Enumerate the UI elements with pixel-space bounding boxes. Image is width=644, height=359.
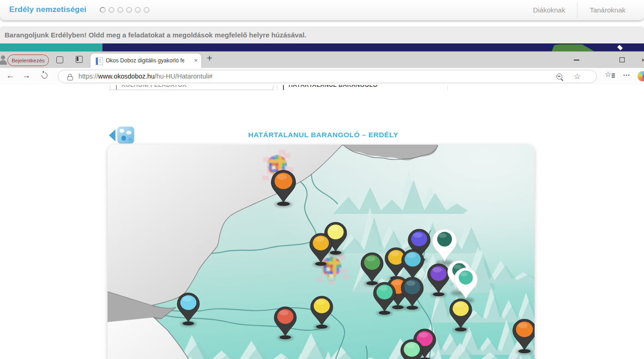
- instruction-banner: Barangoljunk Erdélyben! Oldd meg a felad…: [0, 26, 644, 43]
- tab-hatartalanul-barangolo[interactable]: HATÁRTALANUL BARANGOLÓ: [277, 85, 448, 91]
- tab-close-icon[interactable]: ×: [194, 57, 198, 64]
- tab-hatartalanul-label: HATÁRTALANUL BARANGOLÓ: [289, 85, 378, 88]
- vertical-tabs-icon[interactable]: [76, 56, 83, 63]
- progress-dot[interactable]: [108, 7, 114, 13]
- reload-button[interactable]: [40, 71, 48, 79]
- site-title: Erdély nemzetiségei: [9, 5, 86, 14]
- copilot-icon[interactable]: [638, 71, 644, 81]
- browser-nav-bar: ← → https://www.okosdoboz.hu/hu-HU/Hatar…: [0, 68, 644, 85]
- instruction-text: Barangoljunk Erdélyben! Oldd meg a felad…: [5, 26, 307, 43]
- nav-tanaroknak-button[interactable]: Tanároknak: [578, 0, 638, 20]
- map-pin[interactable]: [401, 340, 423, 359]
- url-host: www.okosdoboz.hu: [98, 73, 155, 80]
- progress-dot[interactable]: [100, 7, 106, 13]
- tab-kulhoni-feladatok[interactable]: KÜLHONI FELADATOK: [110, 85, 273, 90]
- teal-strip: [0, 43, 102, 51]
- bookmark-star-icon[interactable]: ☆: [574, 72, 581, 81]
- window-close-button[interactable]: ×: [641, 56, 644, 64]
- window-minimize-button[interactable]: [574, 60, 579, 61]
- browser-login-button[interactable]: Bejelentkezés: [7, 55, 49, 66]
- screenshot-stage: Erdély nemzetiségei Diákoknak Tanároknak…: [0, 0, 644, 359]
- back-chevron-icon[interactable]: [109, 129, 115, 141]
- zoom-out-icon[interactable]: [556, 73, 562, 79]
- site-header: Erdély nemzetiségei Diákoknak Tanároknak: [0, 0, 644, 20]
- tab-favicon-icon: [96, 57, 103, 65]
- back-button[interactable]: ←: [6, 71, 14, 80]
- browser-tab-bar: Bejelentkezés Okos Doboz digitális gyako…: [0, 52, 644, 68]
- favorites-hub-icon[interactable]: ☆: [605, 71, 615, 80]
- map-card: [108, 145, 535, 359]
- site-nav: Diákoknak Tanároknak: [521, 0, 638, 20]
- tab-title: Okos Doboz digitális gyakorló fel: [106, 57, 184, 64]
- lock-icon: [67, 76, 73, 80]
- nav-diakoknak-button[interactable]: Diákoknak: [521, 0, 577, 20]
- forward-button[interactable]: →: [22, 71, 30, 80]
- tab-collections-icon[interactable]: [56, 56, 63, 63]
- transylvania-map: [108, 145, 535, 359]
- browser-menu-icon[interactable]: …: [623, 69, 631, 78]
- web-page: KÜLHONI FELADATOK HATÁRTALANUL BARANGOLÓ…: [0, 85, 644, 359]
- browser-tab[interactable]: Okos Doboz digitális gyakorló fel ×: [90, 54, 201, 68]
- progress-dot[interactable]: [144, 7, 150, 13]
- window-restore-button[interactable]: [620, 57, 625, 62]
- progress-dot[interactable]: [135, 7, 141, 13]
- url-path: /hu-HU/Hatarontuli#: [155, 73, 212, 80]
- tab-kulhoni-label: KÜLHONI FELADATOK: [121, 85, 187, 88]
- progress-dot[interactable]: [126, 7, 132, 13]
- progress-dots: [100, 7, 150, 13]
- address-bar[interactable]: https://www.okosdoboz.hu/hu-HU/Hatarontu…: [58, 70, 597, 83]
- new-tab-button[interactable]: +: [207, 53, 212, 64]
- map-thumbnail-icon[interactable]: [117, 127, 134, 144]
- site-color-strip: [0, 43, 644, 51]
- url-text[interactable]: https://www.okosdoboz.hu/hu-HU/Hatarontu…: [78, 73, 212, 80]
- page-title: HATÁRTALANUL BARANGOLÓ – ERDÉLY: [162, 131, 485, 139]
- progress-dot[interactable]: [117, 7, 123, 13]
- url-scheme: https://: [78, 73, 98, 80]
- browser-window: Bejelentkezés Okos Doboz digitális gyako…: [0, 51, 644, 359]
